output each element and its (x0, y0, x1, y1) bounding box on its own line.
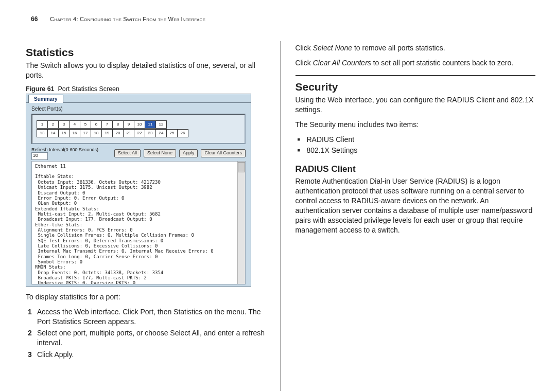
statistics-text: Ethernet 11 Iftable Stats: Octets Input:… (35, 164, 242, 284)
port-10[interactable]: 10 (134, 120, 145, 129)
statistics-output-pane: Ethernet 11 Iftable Stats: Octets Input:… (31, 161, 246, 284)
step-item: Select one port, multiple ports, or choo… (26, 328, 266, 348)
port-13[interactable]: 13 (37, 129, 48, 137)
select-none-button[interactable]: Select None (144, 149, 176, 157)
column-divider (281, 41, 281, 391)
port-8[interactable]: 8 (112, 120, 124, 129)
security-item-list: RADIUS Client802.1X Settings (296, 134, 536, 156)
port-11[interactable]: 11 (145, 120, 156, 129)
refresh-interval-input[interactable]: 30 (31, 152, 48, 160)
heading-radius-client: RADIUS Client (296, 164, 536, 174)
step-item: Access the Web interface. Click Port, th… (26, 307, 266, 327)
steps-list: Access the Web interface. Click Port, th… (26, 307, 266, 360)
step-item: Click Apply. (26, 350, 266, 360)
port-19[interactable]: 19 (101, 129, 113, 137)
apply-button[interactable]: Apply (179, 149, 198, 157)
refresh-interval-label: Refresh Interval(0-600 Seconds) (31, 147, 98, 152)
tab-row: Summary (26, 94, 251, 103)
port-25[interactable]: 25 (166, 129, 178, 137)
port-2[interactable]: 2 (47, 120, 59, 129)
port-22[interactable]: 22 (134, 129, 145, 137)
port-18[interactable]: 18 (91, 129, 102, 137)
port-6[interactable]: 6 (91, 120, 102, 129)
figure-caption: Figure 61 Port Statistics Screen (26, 85, 266, 93)
port-20[interactable]: 20 (112, 129, 124, 137)
port-1[interactable]: 1 (37, 120, 48, 129)
port-21[interactable]: 21 (123, 129, 134, 137)
port-7[interactable]: 7 (101, 120, 113, 129)
port-16[interactable]: 16 (69, 129, 80, 137)
security-intro: Using the Web interface, you can configu… (296, 95, 536, 115)
clear-counters-tip: Click Clear All Counters to set all port… (296, 58, 536, 68)
page-header: 66 Chapter 4: Configuring the Switch Fro… (31, 15, 525, 23)
port-4[interactable]: 4 (69, 120, 80, 129)
radius-description: Remote Authentication Dial-in User Servi… (296, 176, 536, 235)
heading-security: Security (296, 81, 536, 93)
port-14[interactable]: 14 (47, 129, 59, 137)
security-menu-label: The Security menu includes two items: (296, 120, 536, 130)
heading-statistics: Statistics (26, 46, 266, 59)
select-ports-label: Select Port(s) (31, 106, 246, 112)
port-5[interactable]: 5 (80, 120, 91, 129)
port-24[interactable]: 24 (155, 129, 167, 137)
page-number: 66 (31, 15, 38, 23)
port-23[interactable]: 23 (145, 129, 156, 137)
select-all-button[interactable]: Select All (114, 149, 141, 157)
select-none-tip: Click Select None to remove all ports st… (296, 43, 536, 53)
list-item: RADIUS Client (296, 134, 536, 145)
clear-counters-button[interactable]: Clear All Counters (201, 149, 246, 157)
port-9[interactable]: 9 (123, 120, 134, 129)
port-26[interactable]: 26 (177, 129, 188, 137)
port-15[interactable]: 15 (58, 129, 70, 137)
port-selector[interactable]: 123456789101112 131415161718192021222324… (31, 114, 246, 144)
section-rule (296, 75, 536, 76)
scrollbar[interactable] (237, 162, 245, 284)
tab-summary[interactable]: Summary (28, 95, 63, 103)
port-3[interactable]: 3 (58, 120, 70, 129)
list-item: 802.1X Settings (296, 145, 536, 156)
port-12[interactable]: 12 (155, 120, 167, 129)
to-display-label: To display statistics for a port: (26, 292, 266, 302)
port-statistics-screenshot: Summary Select Port(s) 123456789101112 1… (26, 94, 251, 287)
chapter-label: Chapter 4: Configuring the Switch From t… (50, 16, 205, 22)
port-17[interactable]: 17 (80, 129, 91, 137)
statistics-intro: The Switch allows you to display detaile… (26, 61, 266, 80)
